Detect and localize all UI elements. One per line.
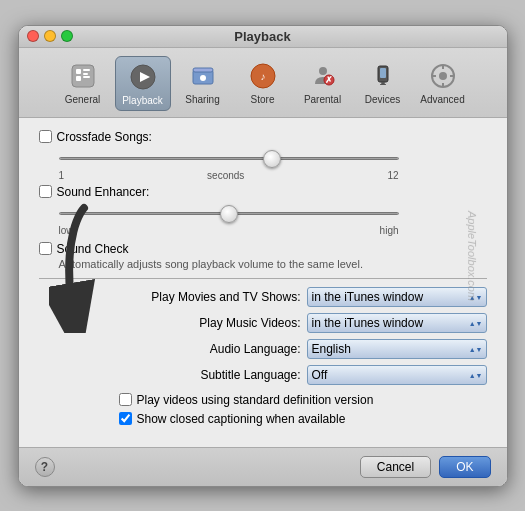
sound-enhancer-label[interactable]: Sound Enhancer:	[39, 185, 150, 199]
crossfade-label[interactable]: Crossfade Songs:	[39, 130, 152, 144]
play-music-videos-label: Play Music Videos:	[141, 316, 301, 330]
playback-icon	[127, 61, 159, 93]
svg-rect-5	[83, 76, 90, 78]
parental-icon: ✗	[307, 60, 339, 92]
sharing-icon	[187, 60, 219, 92]
sound-enhancer-row: Sound Enhancer:	[39, 185, 487, 199]
toolbar-label-devices: Devices	[365, 94, 401, 105]
crossfade-max-label: 12	[387, 170, 398, 181]
subtitle-language-label: Subtitle Language:	[141, 368, 301, 382]
dialog-buttons: Cancel OK	[360, 456, 491, 478]
toolbar-item-playback[interactable]: Playback	[115, 56, 171, 111]
crossfade-tick-labels: 1 seconds 12	[59, 170, 399, 181]
sound-enhancer-slider-area: low high	[59, 207, 487, 236]
window-title: Playback	[234, 29, 290, 44]
svg-rect-0	[72, 65, 94, 87]
standard-def-checkbox[interactable]	[119, 393, 132, 406]
svg-text:✗: ✗	[325, 75, 333, 85]
store-icon: ♪	[247, 60, 279, 92]
closed-captioning-checkbox[interactable]	[119, 412, 132, 425]
crossfade-slider-area: 1 seconds 12	[59, 152, 487, 181]
sound-enhancer-slider[interactable]	[59, 207, 399, 221]
audio-language-label: Audio Language:	[141, 342, 301, 356]
toolbar-item-general[interactable]: General	[55, 56, 111, 111]
sound-enhancer-min-label: low	[59, 225, 74, 236]
sound-check-label[interactable]: Sound Check	[39, 242, 487, 256]
closed-captioning-label: Show closed captioning when available	[137, 412, 346, 426]
toolbar-item-advanced[interactable]: Advanced	[415, 56, 471, 111]
toolbar-label-playback: Playback	[122, 95, 163, 106]
window-controls	[27, 30, 73, 42]
devices-icon	[367, 60, 399, 92]
toolbar-item-parental[interactable]: ✗ Parental	[295, 56, 351, 111]
crossfade-min-label: 1	[59, 170, 65, 181]
toolbar: General Playback Sharing	[19, 48, 507, 118]
toolbar-label-general: General	[65, 94, 101, 105]
svg-rect-3	[83, 73, 88, 75]
section-divider	[39, 278, 487, 279]
svg-rect-2	[83, 69, 90, 71]
svg-point-13	[319, 67, 327, 75]
play-music-videos-select[interactable]: in the iTunes window on the desktop	[307, 313, 487, 333]
play-music-videos-select-wrapper: in the iTunes window on the desktop	[307, 313, 487, 333]
sound-enhancer-label-text: Sound Enhancer:	[57, 185, 150, 199]
content: Crossfade Songs: 1 seconds 12 Sound Enha…	[19, 118, 507, 443]
bottom-bar: ? Cancel OK	[19, 447, 507, 486]
svg-rect-19	[380, 84, 386, 85]
maximize-button[interactable]	[61, 30, 73, 42]
toolbar-item-devices[interactable]: Devices	[355, 56, 411, 111]
sound-enhancer-checkbox[interactable]	[39, 185, 52, 198]
sound-enhancer-max-label: high	[380, 225, 399, 236]
svg-rect-17	[380, 68, 386, 78]
toolbar-item-sharing[interactable]: Sharing	[175, 56, 231, 111]
subtitle-language-row: Subtitle Language: Off English French	[39, 365, 487, 385]
closed-captioning-row: Show closed captioning when available	[119, 412, 487, 426]
preferences-window: Playback General	[18, 25, 508, 487]
audio-language-select[interactable]: English French Spanish	[307, 339, 487, 359]
general-icon	[67, 60, 99, 92]
toolbar-label-parental: Parental	[304, 94, 341, 105]
subtitle-language-select[interactable]: Off English French	[307, 365, 487, 385]
cancel-button[interactable]: Cancel	[360, 456, 431, 478]
crossfade-slider[interactable]	[59, 152, 399, 166]
ok-button[interactable]: OK	[439, 456, 490, 478]
audio-language-row: Audio Language: English French Spanish	[39, 339, 487, 359]
svg-point-10	[200, 75, 206, 81]
crossfade-label-text: Crossfade Songs:	[57, 130, 152, 144]
toolbar-label-store: Store	[251, 94, 275, 105]
standard-def-row: Play videos using standard definition ve…	[119, 393, 487, 407]
audio-language-select-wrapper: English French Spanish	[307, 339, 487, 359]
play-music-videos-row: Play Music Videos: in the iTunes window …	[39, 313, 487, 333]
content-area: Crossfade Songs: 1 seconds 12 Sound Enha…	[19, 118, 507, 443]
svg-rect-1	[76, 69, 81, 74]
titlebar: Playback	[19, 26, 507, 48]
sound-enhancer-tick-labels: low high	[59, 225, 399, 236]
play-movies-select-wrapper: in the iTunes window on the desktop	[307, 287, 487, 307]
minimize-button[interactable]	[44, 30, 56, 42]
subtitle-language-select-wrapper: Off English French	[307, 365, 487, 385]
svg-rect-18	[381, 82, 385, 84]
help-button[interactable]: ?	[35, 457, 55, 477]
crossfade-unit-label: seconds	[207, 170, 244, 181]
play-movies-select[interactable]: in the iTunes window on the desktop	[307, 287, 487, 307]
sound-check-row: Sound Check	[39, 242, 487, 256]
crossfade-row: Crossfade Songs:	[39, 130, 487, 144]
svg-rect-9	[193, 68, 213, 72]
crossfade-checkbox[interactable]	[39, 130, 52, 143]
svg-text:♪: ♪	[260, 71, 265, 82]
toolbar-label-advanced: Advanced	[420, 94, 464, 105]
play-movies-row: Play Movies and TV Shows: in the iTunes …	[39, 287, 487, 307]
toolbar-item-store[interactable]: ♪ Store	[235, 56, 291, 111]
sound-check-label-text: Sound Check	[57, 242, 129, 256]
extra-checkboxes: Play videos using standard definition ve…	[119, 393, 487, 426]
svg-rect-4	[76, 76, 81, 81]
standard-def-label: Play videos using standard definition ve…	[137, 393, 374, 407]
toolbar-label-sharing: Sharing	[185, 94, 219, 105]
svg-point-21	[439, 72, 447, 80]
close-button[interactable]	[27, 30, 39, 42]
sound-check-desc: Automatically adjusts song playback volu…	[59, 258, 487, 270]
advanced-icon	[427, 60, 459, 92]
sound-check-checkbox[interactable]	[39, 242, 52, 255]
play-movies-label: Play Movies and TV Shows:	[141, 290, 301, 304]
